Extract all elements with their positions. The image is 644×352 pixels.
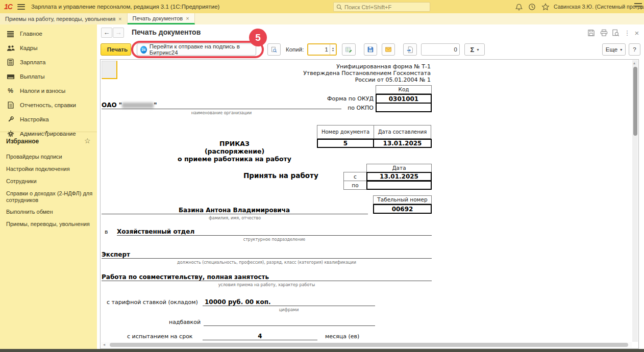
sidebar-item-label: Зарплата	[20, 59, 45, 65]
bitrix24-button-label: Перейти к отправке на подпись в Битрикс2…	[150, 43, 253, 56]
position-caption: должность (специальность, профессия), ра…	[102, 260, 432, 265]
doc-number-value: 5	[317, 139, 374, 148]
personnel-number-header: Табельный номер	[373, 195, 432, 204]
chevron-down-icon: ▾	[477, 47, 479, 52]
insert-to-document-button[interactable]	[403, 43, 417, 56]
envelope-icon	[385, 46, 391, 53]
page-header: ← → Печать документов ⋮ ×	[97, 24, 644, 41]
pages-field[interactable]	[421, 43, 460, 56]
more-button-label: Еще	[606, 46, 617, 53]
current-user-label[interactable]: Савинская З.Ю. (Системный программист)	[554, 4, 644, 10]
date-from-label-cell: с	[343, 172, 367, 181]
hire-label: Принять на работу	[243, 171, 318, 180]
okpo-value-cell	[376, 103, 432, 112]
bitrix24-sign-button[interactable]: 24 Перейти к отправке на подпись в Битри…	[137, 43, 256, 56]
edit-spreadsheet-button[interactable]	[342, 43, 356, 56]
favorite-item-employees[interactable]: Сотрудники	[0, 178, 96, 185]
dept-underline	[117, 229, 432, 236]
preview-icon[interactable]	[610, 28, 621, 37]
org-underline	[102, 102, 341, 109]
preview-magnifier-icon	[271, 46, 277, 54]
sidebar-section-divider[interactable]: ▼	[0, 132, 97, 132]
chevron-down-icon: ▼	[45, 130, 48, 134]
sidebar-item-settings[interactable]: Настройка	[0, 113, 97, 125]
sidebar-item-main[interactable]: Главное	[0, 28, 97, 40]
favorites-star-icon[interactable]	[541, 3, 550, 11]
spin-down-icon[interactable]: ▾	[332, 49, 334, 52]
number-date-value-row: 5 13.01.2025	[317, 139, 432, 148]
scroll-up-icon[interactable]: ▴	[633, 61, 635, 65]
employee-caption: фамилия, имя, отчество	[102, 216, 368, 220]
print-preview-button[interactable]	[267, 43, 281, 56]
order-title: ПРИКАЗ (распоряжение) о приеме работника…	[131, 140, 338, 163]
spinner-arrows[interactable]: ▴ ▾	[330, 44, 336, 55]
date-to-label-cell: по	[343, 181, 367, 190]
global-search-input[interactable]: Поиск Ctrl+Shift+F	[333, 2, 430, 12]
personnel-number-value: 00692	[373, 204, 432, 214]
grid-pencil-icon	[345, 46, 352, 54]
tab-close-icon[interactable]: ×	[186, 15, 189, 21]
history-icon[interactable]	[528, 3, 536, 11]
doc-date-value: 13.01.2025	[373, 139, 432, 148]
more-dots-icon[interactable]: ⋮	[622, 28, 632, 37]
sidebar-item-salary[interactable]: Зарплата	[0, 56, 97, 68]
favorite-item-run-exchange[interactable]: Выполнить обмен	[0, 209, 96, 215]
sidebar-item-hr[interactable]: Кадры	[0, 42, 97, 54]
selection-cell[interactable]	[102, 61, 117, 79]
probation-underline	[203, 334, 317, 340]
dept-prefix: в	[105, 229, 108, 235]
favorites-star-icon[interactable]: ☆	[84, 137, 91, 145]
copies-value[interactable]: 1	[308, 46, 330, 53]
sidebar-item-taxes[interactable]: % Налоги и взносы	[0, 85, 97, 97]
annotation-step-badge: 5	[249, 29, 267, 46]
horizontal-scroll-thumb[interactable]	[110, 343, 628, 347]
doc-number-header: Номер документа	[317, 125, 374, 139]
back-button[interactable]: ←	[101, 28, 112, 38]
horizontal-scrollbar[interactable]: ◂	[101, 342, 632, 347]
favorite-item-hires-transfers[interactable]: Приемы, переводы, увольнения	[0, 221, 96, 228]
position-underline	[102, 252, 432, 259]
favorite-item-ndfl-certificates[interactable]: Справки о доходах (2-НДФЛ) для сотрудник…	[0, 190, 96, 204]
help-button[interactable]: ?	[629, 43, 640, 56]
close-form-icon[interactable]: ×	[632, 28, 642, 37]
conditions-caption: условия приема на работу, характер работ…	[102, 283, 432, 287]
sidebar-item-label: Кадры	[20, 45, 37, 51]
tab-hires-transfers[interactable]: Приемы на работу, переводы, увольнения ×	[0, 13, 128, 24]
document-preview[interactable]: Унифицированная форма № Т-1 Утверждена П…	[100, 59, 639, 349]
sidebar-item-reports[interactable]: Отчетность, справки	[0, 99, 97, 111]
notifications-bell-icon[interactable]	[514, 3, 523, 11]
send-email-button[interactable]	[382, 43, 395, 56]
favorite-item-connection-settings[interactable]: Настройки подключения	[0, 166, 96, 172]
favorites-title: Избранное	[6, 138, 39, 145]
tab-print-documents[interactable]: Печать документов ×	[128, 13, 195, 24]
sidebar-item-label: Настройка	[20, 116, 49, 122]
main-menu-icon[interactable]	[17, 4, 25, 10]
more-actions-button[interactable]: Еще ▾	[602, 43, 626, 56]
forward-button[interactable]: →	[113, 28, 124, 38]
page-arrow-icon	[407, 46, 413, 54]
copies-stepper[interactable]: 1 ▴ ▾	[307, 43, 337, 56]
report-document-icon	[6, 101, 15, 110]
org-caption: наименование организации	[102, 111, 341, 115]
tab-close-icon[interactable]: ×	[118, 16, 121, 22]
scroll-left-icon[interactable]: ◂	[103, 342, 105, 347]
1c-logo: 1С	[4, 3, 12, 11]
list-icon	[6, 30, 15, 38]
vertical-scrollbar[interactable]: ▴	[632, 60, 638, 342]
copies-label: Копий:	[286, 46, 304, 53]
print-button[interactable]: Печать	[101, 43, 131, 56]
save-document-button[interactable]	[364, 43, 377, 56]
help-button-label: ?	[633, 46, 636, 53]
favorite-item-signature-providers[interactable]: Провайдеры подписи	[0, 154, 96, 160]
bitrix24-icon: 24	[140, 46, 147, 54]
sidebar-item-payments[interactable]: Выплаты	[0, 70, 97, 83]
print-icon[interactable]	[599, 28, 609, 37]
sum-dropdown-button[interactable]: Σ ▾	[464, 43, 485, 56]
banknote-icon	[6, 72, 15, 81]
gear-icon	[6, 130, 15, 138]
tab-label: Печать документов	[133, 15, 183, 21]
vertical-scroll-thumb[interactable]	[633, 67, 637, 136]
command-bar: Печать 24 Перейти к отправке на подпись …	[97, 41, 644, 59]
service-menu-icon[interactable]: ▾	[634, 3, 642, 9]
save-icon[interactable]	[586, 28, 596, 37]
